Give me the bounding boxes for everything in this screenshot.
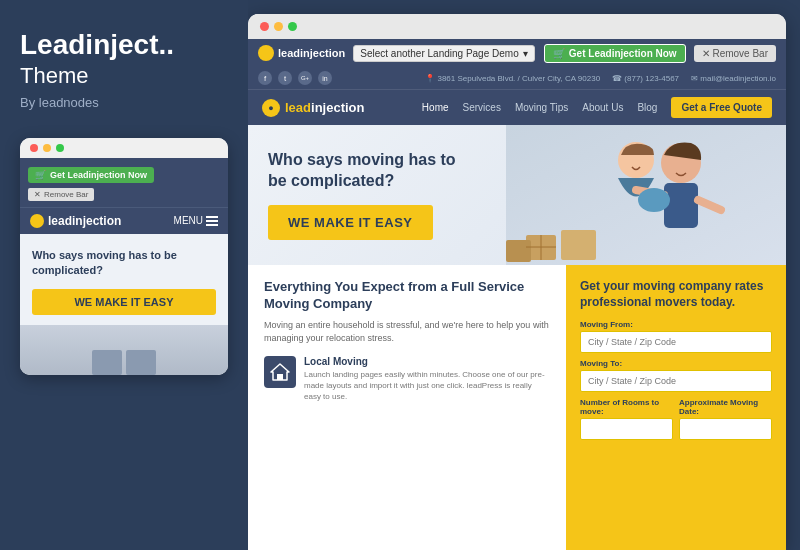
- demo-nav-links: Home Services Moving Tips About Us Blog …: [422, 97, 772, 118]
- nav-link-blog[interactable]: Blog: [637, 102, 657, 113]
- twitter-icon[interactable]: t: [278, 71, 292, 85]
- theme-subtitle: Theme: [20, 63, 228, 89]
- nav-cta-btn[interactable]: Get a Free Quote: [671, 97, 772, 118]
- remove-bar-btn[interactable]: ✕ Remove Bar: [694, 45, 776, 62]
- nav-link-about[interactable]: About Us: [582, 102, 623, 113]
- dot-green: [56, 144, 64, 152]
- googleplus-icon[interactable]: G+: [298, 71, 312, 85]
- form-title: Get your moving company rates profession…: [580, 279, 772, 310]
- demo-topbar-left: leadinjection Select another Landing Pag…: [258, 45, 535, 62]
- mobile-logo-circle: [30, 214, 44, 228]
- demo-right-form: Get your moving company rates profession…: [566, 265, 786, 550]
- pin-icon: 📍: [425, 74, 435, 83]
- browser-dot-yellow[interactable]: [274, 22, 283, 31]
- get-leadinjection-btn[interactable]: 🛒 Get Leadinjection Now: [544, 44, 686, 63]
- demo-dropdown[interactable]: Select another Landing Page Demo ▾: [353, 45, 534, 62]
- form-date-input[interactable]: [679, 418, 772, 440]
- form-rooms-input[interactable]: [580, 418, 673, 440]
- demo-nav-logo: ● leadinjection: [262, 99, 364, 117]
- form-rooms-field: Number of Rooms to move:: [580, 398, 673, 440]
- form-to-input[interactable]: [580, 370, 772, 392]
- svg-rect-13: [277, 374, 283, 380]
- demo-addrbar: f t G+ in 📍 3861 Sepulveda Blvd. / Culve…: [248, 67, 786, 89]
- mobile-remove-bar[interactable]: ✕ Remove Bar: [28, 188, 94, 201]
- dropdown-text: Select another Landing Page Demo: [360, 48, 518, 59]
- hero-image: [506, 125, 786, 265]
- nav-logo-inner: ●: [268, 103, 273, 113]
- demo-content-row: Everything You Expect from a Full Servic…: [248, 265, 786, 550]
- service-icon-box: [264, 356, 296, 388]
- svg-rect-8: [561, 230, 596, 260]
- couple-svg: [506, 125, 786, 265]
- mobile-logo: leadinjection: [30, 214, 121, 228]
- hamburger-icon: [206, 216, 218, 226]
- svg-rect-9: [506, 240, 531, 262]
- box-icon-1: [92, 350, 122, 375]
- mobile-hero-text: Who says moving has to be complicated?: [32, 248, 216, 279]
- mobile-cta-btn[interactable]: WE MAKE IT EASY: [32, 289, 216, 315]
- content-desc: Moving an entire household is stressful,…: [264, 319, 550, 346]
- browser-titlebar: [248, 14, 786, 39]
- email-text: ✉ mail@leadinjection.io: [691, 74, 776, 83]
- hero-headline: Who says moving has to be complicated?: [268, 150, 468, 192]
- hero-content: Who says moving has to be complicated? W…: [268, 150, 468, 241]
- form-date-label: Approximate Moving Date:: [679, 398, 772, 416]
- demo-topbar-right: 🛒 Get Leadinjection Now ✕ Remove Bar: [544, 44, 776, 63]
- form-from-label: Moving From:: [580, 320, 772, 329]
- phone-icon: ☎: [612, 74, 622, 83]
- form-from-field: Moving From:: [580, 320, 772, 353]
- nav-link-services[interactable]: Services: [463, 102, 501, 113]
- remove-bar-label-top: ✕ Remove Bar: [702, 48, 768, 59]
- theme-title: Leadinject..: [20, 30, 228, 61]
- svg-point-6: [638, 188, 670, 212]
- browser-dot-green[interactable]: [288, 22, 297, 31]
- left-panel: Leadinject.. Theme By leadnodes 🛒 Get Le…: [0, 0, 248, 550]
- mobile-get-btn[interactable]: 🛒 Get Leadinjection Now: [28, 167, 154, 183]
- theme-by: By leadnodes: [20, 95, 228, 110]
- mobile-topbar: 🛒 Get Leadinjection Now ✕ Remove Bar: [20, 158, 228, 207]
- cart-icon-top: 🛒: [553, 48, 565, 59]
- demo-hero: Who says moving has to be complicated? W…: [248, 125, 786, 265]
- dot-red: [30, 144, 38, 152]
- service-item: Local Moving Launch landing pages easily…: [264, 356, 550, 403]
- form-to-field: Moving To:: [580, 359, 772, 392]
- nav-link-moving-tips[interactable]: Moving Tips: [515, 102, 568, 113]
- hero-cta-btn[interactable]: WE MAKE IT EASY: [268, 205, 433, 240]
- right-panel: leadinjection Select another Landing Pag…: [248, 14, 786, 550]
- demo-left-content: Everything You Expect from a Full Servic…: [248, 265, 566, 550]
- form-bottom-row: Number of Rooms to move: Approximate Mov…: [580, 398, 772, 446]
- form-from-input[interactable]: [580, 331, 772, 353]
- demo-addr-info: 📍 3861 Sepulveda Blvd. / Culver City, CA…: [425, 74, 776, 83]
- form-rooms-label: Number of Rooms to move:: [580, 398, 673, 416]
- mobile-nav: leadinjection MENU: [20, 207, 228, 234]
- form-date-field: Approximate Moving Date:: [679, 398, 772, 440]
- get-leadinjection-label: Get Leadinjection Now: [569, 48, 677, 59]
- remove-bar-label: Remove Bar: [44, 190, 88, 199]
- mobile-preview-header: [20, 138, 228, 158]
- mobile-preview: 🛒 Get Leadinjection Now ✕ Remove Bar lea…: [20, 138, 228, 375]
- nav-logo-text: leadinjection: [285, 100, 364, 115]
- demo-logo-text: leadinjection: [278, 47, 345, 59]
- demo-social-icons: f t G+ in: [258, 71, 332, 85]
- cart-icon: 🛒: [35, 170, 46, 180]
- linkedin-icon[interactable]: in: [318, 71, 332, 85]
- dropdown-arrow-icon: ▾: [523, 48, 528, 59]
- form-to-label: Moving To:: [580, 359, 772, 368]
- browser-dot-red[interactable]: [260, 22, 269, 31]
- mobile-hero: Who says moving has to be complicated? W…: [20, 234, 228, 325]
- email-icon: ✉: [691, 74, 698, 83]
- mobile-menu-btn[interactable]: MENU: [174, 215, 218, 226]
- dot-yellow: [43, 144, 51, 152]
- facebook-icon[interactable]: f: [258, 71, 272, 85]
- nav-logo-circle: ●: [262, 99, 280, 117]
- nav-link-home[interactable]: Home: [422, 102, 449, 113]
- x-icon: ✕: [34, 190, 41, 199]
- content-title: Everything You Expect from a Full Servic…: [264, 279, 550, 313]
- demo-site: leadinjection Select another Landing Pag…: [248, 39, 786, 550]
- address-text: 📍 3861 Sepulveda Blvd. / Culver City, CA…: [425, 74, 600, 83]
- service-name: Local Moving: [304, 356, 550, 367]
- service-text: Local Moving Launch landing pages easily…: [304, 356, 550, 403]
- mobile-logo-text: leadinjection: [48, 214, 121, 228]
- svg-rect-3: [664, 183, 698, 228]
- demo-logo-circle: [258, 45, 274, 61]
